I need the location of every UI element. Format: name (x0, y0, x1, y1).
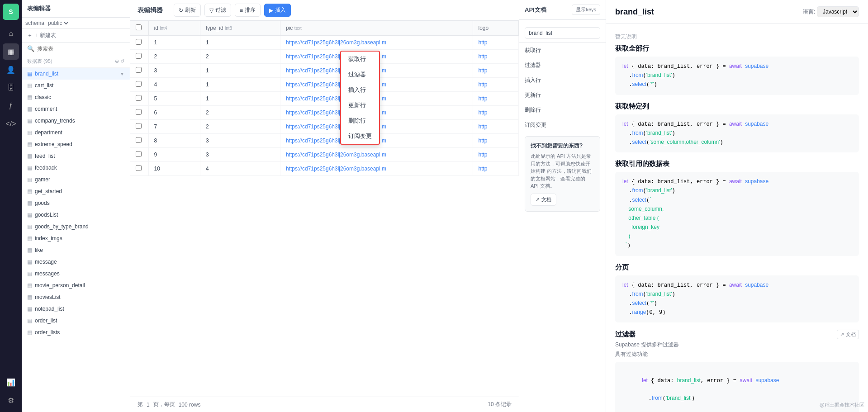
table-item-brand_list[interactable]: ▦ brand_list ▼ (22, 68, 130, 80)
cell-pic-8[interactable]: https://cd71ps25g6h3ij26om3g.baseapi.m (280, 148, 473, 162)
table-item-feedback[interactable]: ▦ feedback (22, 162, 130, 174)
api-menu-item-更新行[interactable]: 更新行 (519, 88, 606, 103)
new-table-button[interactable]: ＋ + 新建表 (22, 29, 130, 43)
cell-type_id-5[interactable]: 2 (200, 106, 280, 120)
cell-logo-4[interactable]: http (473, 92, 519, 106)
cell-logo-7[interactable]: http (473, 134, 519, 148)
cell-type_id-7[interactable]: 3 (200, 134, 280, 148)
dropdown-item-更新行[interactable]: 更新行 (341, 98, 379, 113)
sort-button[interactable]: ≡ 排序 (235, 4, 261, 17)
schema-select[interactable]: public (46, 19, 70, 27)
cell-pic-9[interactable]: https://cd71ps25g6h3ij26om3g.baseapi.m (280, 162, 473, 176)
api-menu-item-删除行[interactable]: 删除行 (519, 103, 606, 118)
table-item-comment[interactable]: ▦ comment (22, 103, 130, 115)
cell-logo-8[interactable]: http (473, 148, 519, 162)
row-select-2[interactable] (136, 67, 142, 73)
cell-logo-1[interactable]: http (473, 50, 519, 64)
cell-logo-6[interactable]: http (473, 120, 519, 134)
cell-id-0[interactable]: 1 (148, 36, 200, 50)
show-keys-button[interactable]: 显示keys (572, 5, 600, 15)
cell-logo-2[interactable]: http (473, 64, 519, 78)
cell-id-3[interactable]: 4 (148, 78, 200, 92)
code-icon[interactable]: </> (3, 116, 19, 132)
cell-id-6[interactable]: 7 (148, 120, 200, 134)
table-item-department[interactable]: ▦ department (22, 127, 130, 138)
table-item-goodsList[interactable]: ▦ goodsList (22, 209, 130, 221)
api-menu-item-获取行[interactable]: 获取行 (519, 43, 606, 58)
table-item-message[interactable]: ▦ message (22, 256, 130, 268)
row-select-3[interactable] (136, 81, 142, 87)
select-all-checkbox[interactable] (136, 24, 142, 30)
row-select-1[interactable] (136, 53, 142, 59)
cell-id-4[interactable]: 5 (148, 92, 200, 106)
dropdown-item-订阅变更[interactable]: 订阅变更 (341, 128, 379, 144)
lang-select[interactable]: Javascript (817, 6, 859, 17)
cell-type_id-3[interactable]: 1 (200, 78, 280, 92)
api-table-select[interactable]: brand_list cart_list classic (525, 27, 600, 39)
home-icon[interactable]: ⌂ (3, 25, 19, 42)
row-select-0[interactable] (136, 39, 142, 45)
table-item-gamer[interactable]: ▦ gamer (22, 174, 130, 185)
row-select-8[interactable] (136, 151, 142, 157)
insert-button[interactable]: ▶ 插入 (264, 4, 291, 17)
row-select-7[interactable] (136, 137, 142, 143)
table-item-feed_list[interactable]: ▦ feed_list (22, 150, 130, 162)
refresh-button[interactable]: ↻ 刷新 (174, 4, 201, 17)
cell-type_id-9[interactable]: 4 (200, 162, 280, 176)
search-input[interactable] (37, 46, 124, 52)
dropdown-item-删除行[interactable]: 删除行 (341, 113, 379, 128)
table-item-messages[interactable]: ▦ messages (22, 268, 130, 279)
table-item-classic[interactable]: ▦ classic (22, 91, 130, 103)
row-select-4[interactable] (136, 95, 142, 101)
cell-type_id-6[interactable]: 2 (200, 120, 280, 134)
cell-logo-9[interactable]: http (473, 162, 519, 176)
app-logo[interactable]: S (3, 4, 19, 20)
table-item-moviesList[interactable]: ▦ moviesList (22, 291, 130, 303)
cell-id-9[interactable]: 10 (148, 162, 200, 176)
table-item-get_started[interactable]: ▦ get_started (22, 185, 130, 197)
auth-icon[interactable]: 👤 (3, 62, 19, 78)
cell-id-5[interactable]: 6 (148, 106, 200, 120)
api-doc-link[interactable]: ↗ 文档 (531, 194, 556, 206)
api-menu-item-插入行[interactable]: 插入行 (519, 73, 606, 88)
dropdown-item-过滤器[interactable]: 过滤器 (341, 67, 379, 82)
table-item-extreme_speed[interactable]: ▦ extreme_speed (22, 138, 130, 150)
filter-button[interactable]: ▽ 过滤 (204, 4, 231, 17)
cell-id-7[interactable]: 8 (148, 134, 200, 148)
cell-id-1[interactable]: 2 (148, 50, 200, 64)
row-select-9[interactable] (136, 165, 142, 171)
table-item-cart_list[interactable]: ▦ cart_list (22, 80, 130, 91)
table-item-notepad_list[interactable]: ▦ notepad_list (22, 303, 130, 315)
table-item-order_list[interactable]: ▦ order_list (22, 315, 130, 327)
cell-type_id-1[interactable]: 2 (200, 50, 280, 64)
settings-icon[interactable]: ⚙ (3, 392, 19, 408)
table-item-order_lists[interactable]: ▦ order_lists (22, 327, 130, 338)
table-icon[interactable]: ▦ (3, 43, 19, 60)
table-item-like[interactable]: ▦ like (22, 244, 130, 256)
reports-icon[interactable]: 📊 (3, 374, 19, 390)
cell-type_id-0[interactable]: 1 (200, 36, 280, 50)
api-menu-item-过滤器[interactable]: 过滤器 (519, 58, 606, 73)
table-item-index_imgs[interactable]: ▦ index_imgs (22, 232, 130, 244)
table-item-movie_person_detail[interactable]: ▦ movie_person_detail (22, 279, 130, 291)
table-item-goods[interactable]: ▦ goods (22, 197, 130, 209)
functions-icon[interactable]: ƒ (3, 98, 19, 114)
table-item-goods_by_type_brand[interactable]: ▦ goods_by_type_brand (22, 221, 130, 232)
cell-logo-5[interactable]: http (473, 106, 519, 120)
storage-icon[interactable]: 🗄 (3, 80, 19, 96)
api-menu-item-订阅变更[interactable]: 订阅变更 (519, 118, 606, 133)
cell-id-2[interactable]: 3 (148, 64, 200, 78)
cell-id-8[interactable]: 9 (148, 148, 200, 162)
dropdown-item-插入行[interactable]: 插入行 (341, 82, 379, 98)
cell-logo-3[interactable]: http (473, 78, 519, 92)
cell-pic-0[interactable]: https://cd71ps25g6h3ij26om3g.baseapi.m (280, 36, 473, 50)
cell-logo-0[interactable]: http (473, 36, 519, 50)
row-select-5[interactable] (136, 109, 142, 115)
table-item-company_trends[interactable]: ▦ company_trends (22, 115, 130, 127)
row-select-6[interactable] (136, 123, 142, 129)
cell-type_id-2[interactable]: 1 (200, 64, 280, 78)
cell-type_id-8[interactable]: 3 (200, 148, 280, 162)
filter-doc-link[interactable]: ↗ 文档 (837, 330, 859, 339)
cell-type_id-4[interactable]: 1 (200, 92, 280, 106)
dropdown-item-获取行[interactable]: 获取行 (341, 52, 379, 67)
